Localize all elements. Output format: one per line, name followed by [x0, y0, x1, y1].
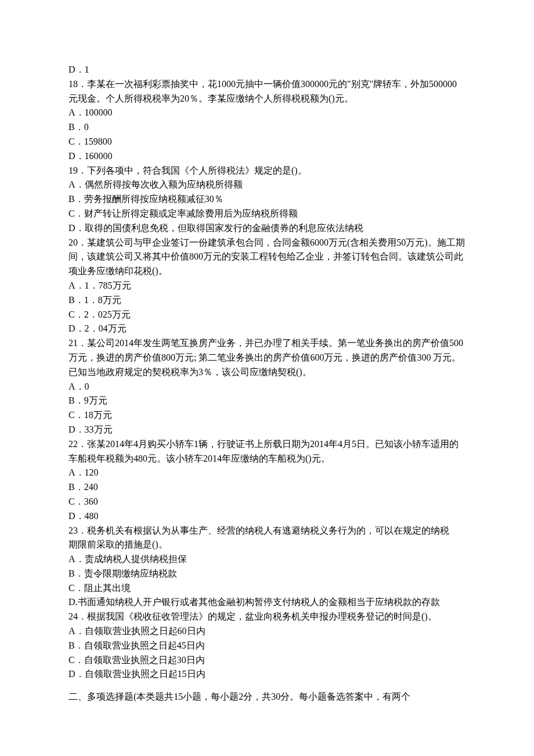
q19-option-a: A．偶然所得按每次收入额为应纳税所得额	[68, 178, 466, 192]
q21-option-a: A．0	[68, 380, 466, 394]
q23-option-d: D.书面通知纳税人开户银行或者其他金融初构暂停支付纳税人的金额相当于应纳税款的存…	[68, 595, 466, 610]
q23-option-a: A．责成纳税人提供纳税担保	[68, 552, 466, 567]
q23-stem-line2: 期限前采取的措施是()。	[68, 538, 466, 552]
q21-option-d: D．33万元	[68, 423, 466, 437]
q24-option-a: A．自领取营业执照之日起60日内	[68, 624, 466, 639]
q24-stem: 24．根据我国《税收征收管理法》的规定，盆业向税务机关申报办理税务登记的时间是(…	[68, 610, 466, 624]
q23-option-b: B．责令限期缴纳应纳税款	[68, 567, 466, 581]
q22-option-b: B．240	[68, 480, 466, 495]
q20-option-d: D．2．04万元	[68, 322, 466, 336]
q24-option-b: B．自领取营业执照之日起45日内	[68, 639, 466, 653]
q18-option-d: D．160000	[68, 149, 466, 164]
section-2-heading: 二、多项选择题(本类题共15小题，每小题2分，共30分。每小题备选答案中，有两个	[68, 690, 466, 704]
q19-option-b: B．劳务报酬所得按应纳税额减征30％	[68, 192, 466, 207]
q20-option-c: C．2．025万元	[68, 308, 466, 322]
q22-stem: 22．张某2014年4月购买小轿车1辆，行驶证书上所载日期为2014年4月5日。…	[68, 437, 466, 466]
q19-stem: 19．下列各项中，符合我国《个人所得税法》规定的是()。	[68, 164, 466, 178]
q20-option-a: A．1．785万元	[68, 279, 466, 293]
q22-option-c: C．360	[68, 495, 466, 509]
q20-stem: 20．某建筑公司与甲企业签订一份建筑承包合同，合同金额6000万元(含相关费用5…	[68, 236, 466, 279]
q18-option-b: B．0	[68, 120, 466, 135]
q24-option-d: D．自领取营业执照之日起15日内	[68, 667, 466, 682]
q21-option-b: B．9万元	[68, 394, 466, 408]
q23-option-c: C．阻止其出境	[68, 581, 466, 596]
q19-option-c: C．财产转让所得定额或定率减除费用后为应纳税所得额	[68, 207, 466, 221]
q18-option-c: C．159800	[68, 135, 466, 149]
q20-option-b: B．1．8万元	[68, 293, 466, 308]
q22-option-d: D．480	[68, 509, 466, 524]
q22-option-a: A．120	[68, 466, 466, 480]
q21-stem: 21．某公司2014年发生两笔互换房产业务，并已办理了相关手续。第一笔业务换出的…	[68, 336, 466, 379]
q18-stem: 18．李某在一次福利彩票抽奖中，花1000元抽中一辆价值300000元的"别克"…	[68, 77, 466, 106]
q24-option-c: C．自领取营业执照之日起30日内	[68, 653, 466, 668]
q21-option-c: C．18万元	[68, 408, 466, 423]
q19-option-d: D．取得的国债利息免税，但取得国家发行的金融债券的利息应依法纳税	[68, 221, 466, 236]
q23-stem-line1: 23．税务机关有根据认为从事生产、经营的纳税人有逃避纳税义务行为的，可以在规定的…	[68, 524, 466, 538]
q18-option-a: A．100000	[68, 106, 466, 120]
q17-option-d: D．1	[68, 63, 466, 77]
